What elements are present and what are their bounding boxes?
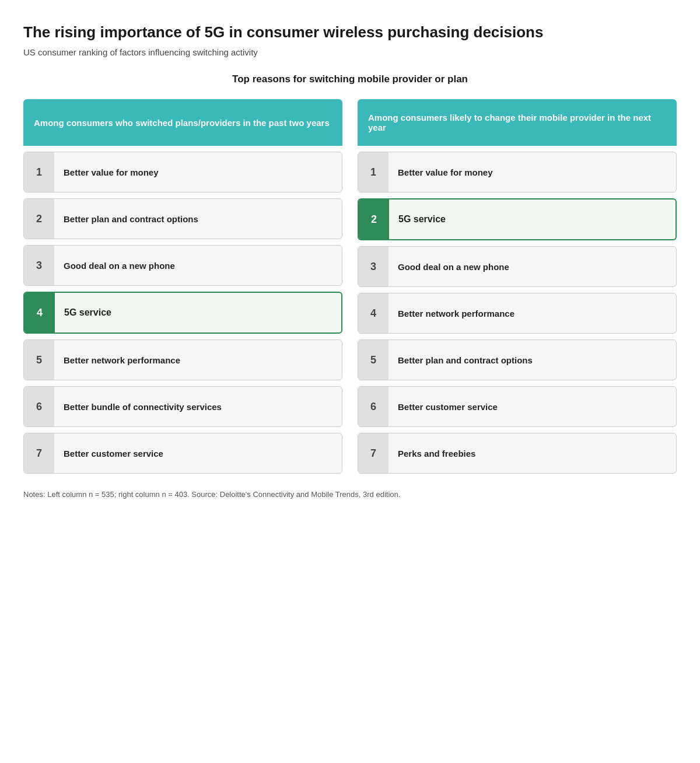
rank-badge: 7 bbox=[358, 433, 388, 473]
list-item: 1Better value for money bbox=[23, 152, 342, 192]
list-item: 1Better value for money bbox=[358, 152, 677, 192]
rank-badge: 5 bbox=[24, 340, 54, 380]
item-label: Better value for money bbox=[54, 159, 342, 186]
right-column: Among consumers likely to change their m… bbox=[358, 99, 677, 474]
rank-badge: 6 bbox=[358, 387, 388, 426]
rank-badge: 2 bbox=[24, 199, 54, 239]
list-item: 3Good deal on a new phone bbox=[23, 245, 342, 286]
rank-badge: 7 bbox=[24, 433, 54, 473]
item-label: Better network performance bbox=[54, 347, 342, 373]
rank-badge: 3 bbox=[358, 247, 388, 286]
rank-badge: 5 bbox=[358, 340, 388, 380]
rank-badge: 3 bbox=[24, 246, 54, 285]
item-label: Good deal on a new phone bbox=[54, 253, 342, 279]
item-label: Better customer service bbox=[54, 440, 342, 467]
list-item: 4Better network performance bbox=[358, 293, 677, 334]
list-item: 7Perks and freebies bbox=[358, 433, 677, 474]
rank-badge: 1 bbox=[24, 152, 54, 192]
list-item: 45G service bbox=[23, 292, 342, 334]
rank-badge: 4 bbox=[24, 293, 55, 332]
item-label: Better bundle of connectivity services bbox=[54, 394, 342, 420]
left-column: Among consumers who switched plans/provi… bbox=[23, 99, 342, 474]
rank-badge: 2 bbox=[359, 200, 389, 239]
list-item: 5Better plan and contract options bbox=[358, 340, 677, 380]
list-item: 3Good deal on a new phone bbox=[358, 246, 677, 287]
right-items-list: 1Better value for money25G service3Good … bbox=[358, 152, 677, 474]
list-item: 5Better network performance bbox=[23, 340, 342, 380]
columns-wrapper: Among consumers who switched plans/provi… bbox=[23, 99, 677, 474]
list-item: 6Better bundle of connectivity services bbox=[23, 386, 342, 427]
left-column-header: Among consumers who switched plans/provi… bbox=[23, 99, 342, 146]
item-label: 5G service bbox=[55, 299, 341, 326]
main-title: The rising importance of 5G in consumer … bbox=[23, 23, 677, 41]
item-label: Better network performance bbox=[388, 300, 676, 327]
rank-badge: 1 bbox=[358, 152, 388, 192]
notes: Notes: Left column n = 535; right column… bbox=[23, 489, 677, 501]
subtitle: US consumer ranking of factors influenci… bbox=[23, 47, 677, 57]
list-item: 25G service bbox=[358, 198, 677, 240]
right-column-header: Among consumers likely to change their m… bbox=[358, 99, 677, 146]
left-items-list: 1Better value for money2Better plan and … bbox=[23, 152, 342, 474]
item-label: 5G service bbox=[389, 206, 676, 233]
item-label: Better customer service bbox=[388, 394, 676, 420]
item-label: Good deal on a new phone bbox=[388, 254, 676, 280]
chart-title: Top reasons for switching mobile provide… bbox=[23, 74, 677, 85]
rank-badge: 4 bbox=[358, 293, 388, 333]
item-label: Better plan and contract options bbox=[54, 206, 342, 232]
item-label: Perks and freebies bbox=[388, 440, 676, 467]
list-item: 7Better customer service bbox=[23, 433, 342, 474]
item-label: Better plan and contract options bbox=[388, 347, 676, 373]
item-label: Better value for money bbox=[388, 159, 676, 186]
list-item: 2Better plan and contract options bbox=[23, 198, 342, 239]
list-item: 6Better customer service bbox=[358, 386, 677, 427]
rank-badge: 6 bbox=[24, 387, 54, 426]
